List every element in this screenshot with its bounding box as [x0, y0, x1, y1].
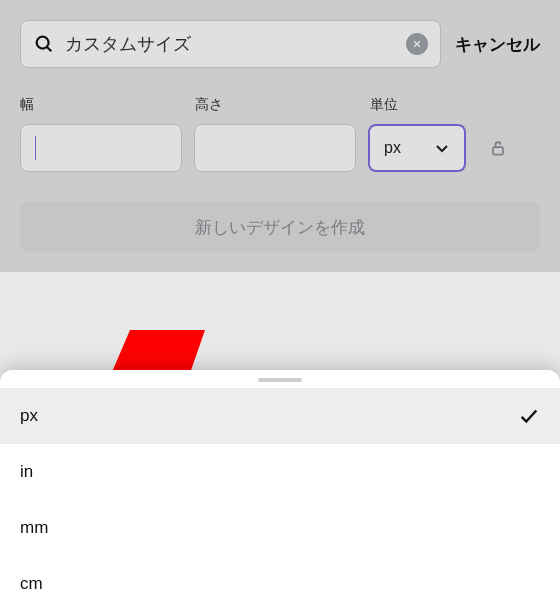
unit-select[interactable]: px: [368, 124, 466, 172]
clear-search-button[interactable]: [406, 33, 428, 55]
search-input[interactable]: [65, 34, 396, 55]
lock-aspect-button[interactable]: [482, 132, 514, 164]
unit-label: 単位: [370, 96, 470, 114]
svg-line-3: [414, 41, 420, 47]
search-box[interactable]: [20, 20, 441, 68]
width-label: 幅: [20, 96, 195, 114]
field-labels: 幅 高さ 単位: [20, 96, 540, 114]
unit-picker-sheet: px in mm cm: [0, 370, 560, 612]
custom-size-form: キャンセル 幅 高さ 単位 px 新しいデザインを作成: [0, 0, 560, 272]
create-design-button[interactable]: 新しいデザインを作成: [20, 202, 540, 252]
svg-point-0: [37, 37, 49, 49]
unit-option-px[interactable]: px: [0, 388, 560, 444]
unit-option-label: in: [20, 462, 33, 482]
width-input[interactable]: [20, 124, 182, 172]
unit-option-label: mm: [20, 518, 48, 538]
check-icon: [518, 405, 540, 427]
unit-option-label: cm: [20, 574, 43, 594]
svg-rect-4: [493, 147, 503, 155]
cancel-button[interactable]: キャンセル: [455, 33, 540, 56]
unit-option-mm[interactable]: mm: [0, 500, 560, 556]
close-icon: [412, 39, 422, 49]
search-icon: [33, 33, 55, 55]
unit-option-label: px: [20, 406, 38, 426]
height-label: 高さ: [195, 96, 370, 114]
svg-line-2: [414, 41, 420, 47]
inputs-row: px: [20, 124, 540, 172]
chevron-down-icon: [434, 140, 450, 156]
sheet-handle[interactable]: [258, 378, 302, 382]
unit-option-in[interactable]: in: [0, 444, 560, 500]
unit-selected-value: px: [384, 139, 401, 157]
svg-line-1: [47, 47, 51, 51]
unlock-icon: [488, 138, 508, 158]
text-caret: [35, 136, 36, 160]
height-input[interactable]: [194, 124, 356, 172]
search-row: キャンセル: [20, 20, 540, 68]
unit-option-cm[interactable]: cm: [0, 556, 560, 612]
